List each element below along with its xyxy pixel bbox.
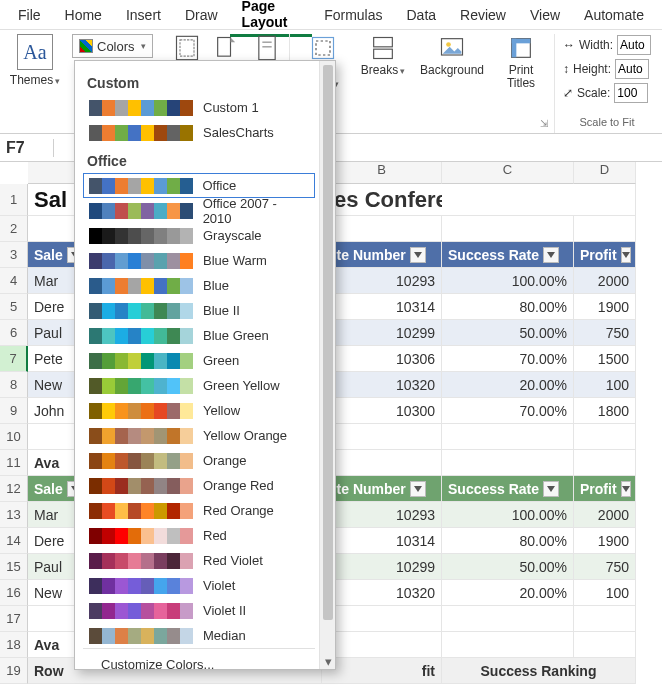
- cell[interactable]: [574, 216, 636, 242]
- color-theme-item[interactable]: Office: [83, 173, 315, 198]
- cell[interactable]: 20.00%: [442, 580, 574, 606]
- cell[interactable]: 10320: [322, 372, 442, 398]
- cell[interactable]: 70.00%: [442, 346, 574, 372]
- cell[interactable]: [574, 450, 636, 476]
- filter-dropdown-icon[interactable]: [621, 481, 631, 497]
- tab-view[interactable]: View: [518, 2, 572, 27]
- tab-insert[interactable]: Insert: [114, 2, 173, 27]
- dropdown-scrollbar[interactable]: ▴ ▾: [319, 61, 335, 669]
- row-header[interactable]: 6: [0, 320, 28, 346]
- cell[interactable]: [442, 216, 574, 242]
- cell[interactable]: 10314: [322, 528, 442, 554]
- row-header[interactable]: 5: [0, 294, 28, 320]
- width-input[interactable]: [617, 35, 651, 55]
- color-theme-item[interactable]: Blue Green: [83, 323, 315, 348]
- color-theme-item[interactable]: Median: [83, 623, 315, 648]
- cell[interactable]: 10299: [322, 320, 442, 346]
- color-theme-item[interactable]: Orange: [83, 448, 315, 473]
- row-header[interactable]: 4: [0, 268, 28, 294]
- name-box[interactable]: F7: [0, 139, 54, 157]
- cell[interactable]: 20.00%: [442, 372, 574, 398]
- table-header[interactable]: Success Rate: [442, 476, 574, 502]
- color-theme-item[interactable]: Violet II: [83, 598, 315, 623]
- cell[interactable]: [574, 184, 636, 216]
- cell[interactable]: [322, 450, 442, 476]
- cell[interactable]: 100: [574, 372, 636, 398]
- cell[interactable]: 10314: [322, 294, 442, 320]
- row-header[interactable]: 15: [0, 554, 28, 580]
- color-theme-item[interactable]: Violet: [83, 573, 315, 598]
- col-header[interactable]: D: [574, 162, 636, 184]
- cell[interactable]: 1900: [574, 528, 636, 554]
- color-theme-item[interactable]: Red Violet: [83, 548, 315, 573]
- tab-data[interactable]: Data: [394, 2, 448, 27]
- table-header[interactable]: Profit: [574, 242, 636, 268]
- row-header[interactable]: 13: [0, 502, 28, 528]
- cell[interactable]: 70.00%: [442, 398, 574, 424]
- tab-review[interactable]: Review: [448, 2, 518, 27]
- cell[interactable]: [442, 450, 574, 476]
- table-header[interactable]: Success Rate: [442, 242, 574, 268]
- cell[interactable]: 1800: [574, 398, 636, 424]
- row-header[interactable]: 8: [0, 372, 28, 398]
- cell[interactable]: [442, 184, 574, 216]
- dialog-launcher-icon[interactable]: ⇲: [540, 118, 548, 129]
- color-theme-item[interactable]: Yellow: [83, 398, 315, 423]
- cell[interactable]: 100.00%: [442, 502, 574, 528]
- row-header[interactable]: 18: [0, 632, 28, 658]
- color-theme-item[interactable]: Office 2007 - 2010: [83, 198, 315, 223]
- title-cell[interactable]: les Conference: [322, 184, 442, 216]
- cell[interactable]: [574, 632, 636, 658]
- cell[interactable]: [442, 424, 574, 450]
- cell[interactable]: 80.00%: [442, 528, 574, 554]
- cell[interactable]: 10300: [322, 398, 442, 424]
- cell[interactable]: 50.00%: [442, 554, 574, 580]
- cell[interactable]: 80.00%: [442, 294, 574, 320]
- cell[interactable]: 100.00%: [442, 268, 574, 294]
- tab-home[interactable]: Home: [53, 2, 114, 27]
- table-header[interactable]: Profit: [574, 476, 636, 502]
- table-header[interactable]: ote Number: [322, 476, 442, 502]
- size-icon[interactable]: [253, 34, 281, 62]
- cell[interactable]: [322, 216, 442, 242]
- row-header[interactable]: 3: [0, 242, 28, 268]
- row-header[interactable]: 16: [0, 580, 28, 606]
- scale-input[interactable]: [614, 83, 648, 103]
- cell[interactable]: [322, 606, 442, 632]
- cell[interactable]: 10293: [322, 502, 442, 528]
- color-theme-item[interactable]: Custom 1: [83, 95, 315, 120]
- cell[interactable]: 750: [574, 554, 636, 580]
- cell[interactable]: 50.00%: [442, 320, 574, 346]
- color-theme-item[interactable]: Grayscale: [83, 223, 315, 248]
- row-header[interactable]: 2: [0, 216, 28, 242]
- row-header[interactable]: 17: [0, 606, 28, 632]
- filter-dropdown-icon[interactable]: [621, 247, 631, 263]
- cell[interactable]: 10299: [322, 554, 442, 580]
- customize-colors-item[interactable]: Customize Colors...: [83, 648, 315, 669]
- row-header[interactable]: 12: [0, 476, 28, 502]
- cell[interactable]: 2000: [574, 502, 636, 528]
- filter-dropdown-icon[interactable]: [410, 247, 426, 263]
- filter-dropdown-icon[interactable]: [410, 481, 426, 497]
- margins-icon[interactable]: [173, 34, 201, 62]
- cell[interactable]: 1500: [574, 346, 636, 372]
- cell[interactable]: fit: [322, 658, 442, 684]
- color-theme-item[interactable]: Blue: [83, 273, 315, 298]
- row-header[interactable]: 7: [0, 346, 28, 372]
- breaks-button[interactable]: Breaks▾: [358, 34, 408, 77]
- row-header[interactable]: 19: [0, 658, 28, 684]
- background-button[interactable]: Background: [418, 34, 486, 77]
- cell[interactable]: [322, 424, 442, 450]
- color-theme-item[interactable]: Green: [83, 348, 315, 373]
- orientation-icon[interactable]: [213, 34, 241, 62]
- col-header[interactable]: C: [442, 162, 574, 184]
- row-header[interactable]: 10: [0, 424, 28, 450]
- table-header[interactable]: ote Number: [322, 242, 442, 268]
- cell[interactable]: 10306: [322, 346, 442, 372]
- row-header[interactable]: 14: [0, 528, 28, 554]
- cell[interactable]: [574, 606, 636, 632]
- cell[interactable]: Success Ranking: [442, 658, 636, 684]
- tab-formulas[interactable]: Formulas: [312, 2, 394, 27]
- tab-draw[interactable]: Draw: [173, 2, 230, 27]
- color-theme-item[interactable]: Red Orange: [83, 498, 315, 523]
